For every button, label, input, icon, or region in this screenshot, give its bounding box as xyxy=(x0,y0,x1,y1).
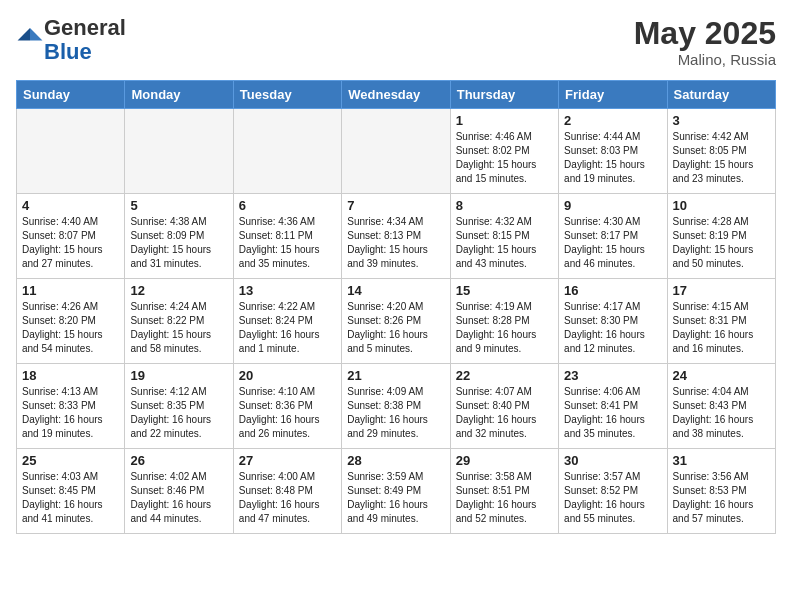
day-number: 30 xyxy=(564,453,661,468)
day-number: 3 xyxy=(673,113,770,128)
day-header-wednesday: Wednesday xyxy=(342,81,450,109)
svg-marker-1 xyxy=(18,28,30,40)
cell-text: Sunrise: 3:58 AM Sunset: 8:51 PM Dayligh… xyxy=(456,470,553,526)
calendar-cell: 5Sunrise: 4:38 AM Sunset: 8:09 PM Daylig… xyxy=(125,194,233,279)
calendar-cell: 8Sunrise: 4:32 AM Sunset: 8:15 PM Daylig… xyxy=(450,194,558,279)
day-header-monday: Monday xyxy=(125,81,233,109)
day-number: 1 xyxy=(456,113,553,128)
calendar-cell xyxy=(17,109,125,194)
calendar-cell xyxy=(342,109,450,194)
calendar-cell xyxy=(125,109,233,194)
day-number: 12 xyxy=(130,283,227,298)
cell-text: Sunrise: 4:17 AM Sunset: 8:30 PM Dayligh… xyxy=(564,300,661,356)
cell-text: Sunrise: 4:28 AM Sunset: 8:19 PM Dayligh… xyxy=(673,215,770,271)
day-number: 7 xyxy=(347,198,444,213)
calendar-cell: 10Sunrise: 4:28 AM Sunset: 8:19 PM Dayli… xyxy=(667,194,775,279)
calendar-cell xyxy=(233,109,341,194)
cell-text: Sunrise: 4:40 AM Sunset: 8:07 PM Dayligh… xyxy=(22,215,119,271)
cell-text: Sunrise: 4:38 AM Sunset: 8:09 PM Dayligh… xyxy=(130,215,227,271)
calendar-cell: 13Sunrise: 4:22 AM Sunset: 8:24 PM Dayli… xyxy=(233,279,341,364)
calendar-cell: 25Sunrise: 4:03 AM Sunset: 8:45 PM Dayli… xyxy=(17,449,125,534)
day-header-thursday: Thursday xyxy=(450,81,558,109)
calendar-cell: 30Sunrise: 3:57 AM Sunset: 8:52 PM Dayli… xyxy=(559,449,667,534)
day-header-saturday: Saturday xyxy=(667,81,775,109)
cell-text: Sunrise: 3:56 AM Sunset: 8:53 PM Dayligh… xyxy=(673,470,770,526)
cell-text: Sunrise: 4:34 AM Sunset: 8:13 PM Dayligh… xyxy=(347,215,444,271)
cell-text: Sunrise: 4:06 AM Sunset: 8:41 PM Dayligh… xyxy=(564,385,661,441)
day-number: 19 xyxy=(130,368,227,383)
calendar-week-1: 1Sunrise: 4:46 AM Sunset: 8:02 PM Daylig… xyxy=(17,109,776,194)
calendar-body: 1Sunrise: 4:46 AM Sunset: 8:02 PM Daylig… xyxy=(17,109,776,534)
cell-text: Sunrise: 4:44 AM Sunset: 8:03 PM Dayligh… xyxy=(564,130,661,186)
logo-icon xyxy=(16,25,44,53)
calendar-cell: 29Sunrise: 3:58 AM Sunset: 8:51 PM Dayli… xyxy=(450,449,558,534)
cell-text: Sunrise: 3:57 AM Sunset: 8:52 PM Dayligh… xyxy=(564,470,661,526)
calendar-cell: 31Sunrise: 3:56 AM Sunset: 8:53 PM Dayli… xyxy=(667,449,775,534)
calendar-cell: 21Sunrise: 4:09 AM Sunset: 8:38 PM Dayli… xyxy=(342,364,450,449)
calendar-week-5: 25Sunrise: 4:03 AM Sunset: 8:45 PM Dayli… xyxy=(17,449,776,534)
calendar-cell: 2Sunrise: 4:44 AM Sunset: 8:03 PM Daylig… xyxy=(559,109,667,194)
day-number: 8 xyxy=(456,198,553,213)
day-number: 20 xyxy=(239,368,336,383)
day-number: 10 xyxy=(673,198,770,213)
calendar-cell: 27Sunrise: 4:00 AM Sunset: 8:48 PM Dayli… xyxy=(233,449,341,534)
day-number: 28 xyxy=(347,453,444,468)
calendar-cell: 9Sunrise: 4:30 AM Sunset: 8:17 PM Daylig… xyxy=(559,194,667,279)
day-number: 26 xyxy=(130,453,227,468)
calendar-header-row: SundayMondayTuesdayWednesdayThursdayFrid… xyxy=(17,81,776,109)
cell-text: Sunrise: 4:32 AM Sunset: 8:15 PM Dayligh… xyxy=(456,215,553,271)
day-number: 9 xyxy=(564,198,661,213)
day-number: 25 xyxy=(22,453,119,468)
calendar-cell: 20Sunrise: 4:10 AM Sunset: 8:36 PM Dayli… xyxy=(233,364,341,449)
cell-text: Sunrise: 4:07 AM Sunset: 8:40 PM Dayligh… xyxy=(456,385,553,441)
day-header-sunday: Sunday xyxy=(17,81,125,109)
location: Malino, Russia xyxy=(634,51,776,68)
calendar-cell: 14Sunrise: 4:20 AM Sunset: 8:26 PM Dayli… xyxy=(342,279,450,364)
day-number: 4 xyxy=(22,198,119,213)
calendar-cell: 23Sunrise: 4:06 AM Sunset: 8:41 PM Dayli… xyxy=(559,364,667,449)
day-number: 2 xyxy=(564,113,661,128)
cell-text: Sunrise: 4:00 AM Sunset: 8:48 PM Dayligh… xyxy=(239,470,336,526)
calendar-cell: 6Sunrise: 4:36 AM Sunset: 8:11 PM Daylig… xyxy=(233,194,341,279)
cell-text: Sunrise: 4:26 AM Sunset: 8:20 PM Dayligh… xyxy=(22,300,119,356)
day-number: 6 xyxy=(239,198,336,213)
cell-text: Sunrise: 4:02 AM Sunset: 8:46 PM Dayligh… xyxy=(130,470,227,526)
calendar-cell: 7Sunrise: 4:34 AM Sunset: 8:13 PM Daylig… xyxy=(342,194,450,279)
calendar-week-3: 11Sunrise: 4:26 AM Sunset: 8:20 PM Dayli… xyxy=(17,279,776,364)
cell-text: Sunrise: 4:15 AM Sunset: 8:31 PM Dayligh… xyxy=(673,300,770,356)
day-number: 27 xyxy=(239,453,336,468)
cell-text: Sunrise: 4:24 AM Sunset: 8:22 PM Dayligh… xyxy=(130,300,227,356)
calendar-cell: 22Sunrise: 4:07 AM Sunset: 8:40 PM Dayli… xyxy=(450,364,558,449)
calendar-cell: 11Sunrise: 4:26 AM Sunset: 8:20 PM Dayli… xyxy=(17,279,125,364)
calendar-cell: 24Sunrise: 4:04 AM Sunset: 8:43 PM Dayli… xyxy=(667,364,775,449)
cell-text: Sunrise: 4:19 AM Sunset: 8:28 PM Dayligh… xyxy=(456,300,553,356)
cell-text: Sunrise: 4:03 AM Sunset: 8:45 PM Dayligh… xyxy=(22,470,119,526)
calendar-cell: 15Sunrise: 4:19 AM Sunset: 8:28 PM Dayli… xyxy=(450,279,558,364)
calendar-cell: 12Sunrise: 4:24 AM Sunset: 8:22 PM Dayli… xyxy=(125,279,233,364)
logo: GeneralBlue xyxy=(16,16,126,64)
cell-text: Sunrise: 4:46 AM Sunset: 8:02 PM Dayligh… xyxy=(456,130,553,186)
calendar-cell: 4Sunrise: 4:40 AM Sunset: 8:07 PM Daylig… xyxy=(17,194,125,279)
page-header: GeneralBlue May 2025 Malino, Russia xyxy=(16,16,776,68)
logo-text: GeneralBlue xyxy=(44,16,126,64)
calendar-week-4: 18Sunrise: 4:13 AM Sunset: 8:33 PM Dayli… xyxy=(17,364,776,449)
cell-text: Sunrise: 4:09 AM Sunset: 8:38 PM Dayligh… xyxy=(347,385,444,441)
cell-text: Sunrise: 4:36 AM Sunset: 8:11 PM Dayligh… xyxy=(239,215,336,271)
day-number: 17 xyxy=(673,283,770,298)
day-number: 24 xyxy=(673,368,770,383)
calendar-cell: 28Sunrise: 3:59 AM Sunset: 8:49 PM Dayli… xyxy=(342,449,450,534)
day-number: 5 xyxy=(130,198,227,213)
day-number: 16 xyxy=(564,283,661,298)
cell-text: Sunrise: 4:30 AM Sunset: 8:17 PM Dayligh… xyxy=(564,215,661,271)
day-number: 22 xyxy=(456,368,553,383)
calendar-cell: 18Sunrise: 4:13 AM Sunset: 8:33 PM Dayli… xyxy=(17,364,125,449)
calendar-cell: 26Sunrise: 4:02 AM Sunset: 8:46 PM Dayli… xyxy=(125,449,233,534)
cell-text: Sunrise: 4:20 AM Sunset: 8:26 PM Dayligh… xyxy=(347,300,444,356)
day-number: 14 xyxy=(347,283,444,298)
cell-text: Sunrise: 4:10 AM Sunset: 8:36 PM Dayligh… xyxy=(239,385,336,441)
calendar-week-2: 4Sunrise: 4:40 AM Sunset: 8:07 PM Daylig… xyxy=(17,194,776,279)
calendar-cell: 19Sunrise: 4:12 AM Sunset: 8:35 PM Dayli… xyxy=(125,364,233,449)
cell-text: Sunrise: 4:04 AM Sunset: 8:43 PM Dayligh… xyxy=(673,385,770,441)
day-number: 11 xyxy=(22,283,119,298)
day-number: 15 xyxy=(456,283,553,298)
